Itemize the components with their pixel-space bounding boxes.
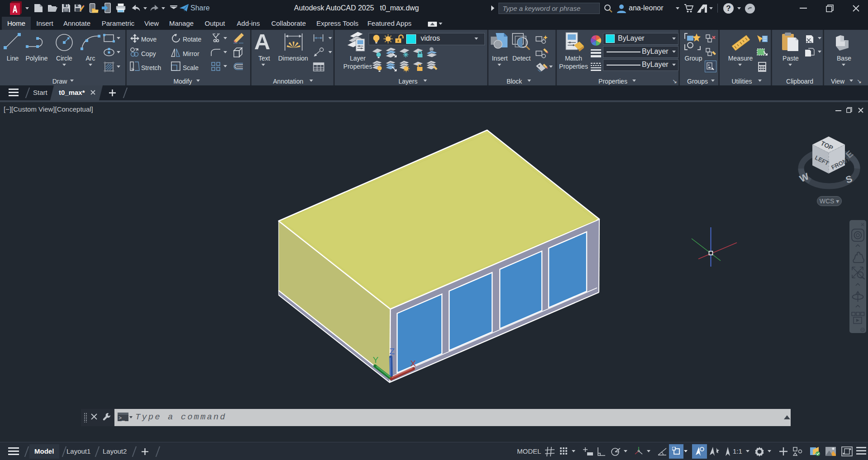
svg-text:Y: Y [373,355,379,365]
svg-text:Z: Z [389,347,395,356]
svg-text:X: X [410,359,416,368]
svg-text:>_: >_ [119,415,125,421]
